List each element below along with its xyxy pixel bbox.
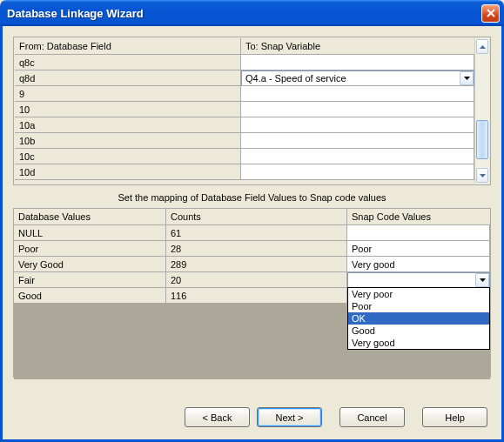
field-row[interactable]: 9 <box>15 86 474 102</box>
client-area: From: Database Field To: Snap Variable q… <box>0 26 504 442</box>
db-value-cell: Very Good <box>14 257 166 272</box>
field-row[interactable]: 10a <box>15 117 474 133</box>
cancel-button[interactable]: Cancel <box>339 407 405 427</box>
from-cell: 10d <box>15 164 241 180</box>
field-row[interactable]: 10 <box>15 102 474 117</box>
mapping-row[interactable]: NULL61 <box>14 225 490 241</box>
snap-code-combo[interactable] <box>347 272 490 288</box>
field-mapping-panel: From: Database Field To: Snap Variable q… <box>13 37 491 185</box>
field-row[interactable]: q8dQ4.a - Speed of service <box>15 70 474 86</box>
from-cell: 10c <box>15 149 241 164</box>
from-cell: q8d <box>15 70 241 86</box>
db-value-cell: Poor <box>14 241 166 257</box>
count-cell: 289 <box>166 257 347 272</box>
from-cell: q8c <box>15 55 241 70</box>
snap-value-dropdown[interactable]: Very poorPoorOKGoodVery good <box>347 287 490 350</box>
close-button[interactable] <box>481 4 500 23</box>
scroll-up-icon[interactable] <box>476 39 488 54</box>
db-value-cell: NULL <box>14 225 166 241</box>
to-cell[interactable] <box>241 102 474 117</box>
dropdown-option[interactable]: Good <box>348 325 489 337</box>
mapping-row[interactable]: Poor28Poor <box>14 241 490 257</box>
dropdown-option[interactable]: OK <box>348 312 489 325</box>
col-header-counts: Counts <box>166 209 347 225</box>
from-cell: 10a <box>15 117 241 133</box>
snap-variable-combo[interactable]: Q4.a - Speed of service <box>241 70 474 86</box>
field-mapping-table: From: Database Field To: Snap Variable q… <box>15 38 474 184</box>
scroll-thumb[interactable] <box>476 120 488 159</box>
value-mapping-panel: Database Values Counts Snap Code Values … <box>13 208 491 378</box>
scroll-track[interactable] <box>475 55 489 167</box>
count-cell: 20 <box>166 272 347 288</box>
col-header-snap: Snap Code Values <box>347 209 490 225</box>
dropdown-option[interactable]: Poor <box>348 300 489 312</box>
from-cell: 10 <box>15 102 241 117</box>
from-cell: 10b <box>15 133 241 149</box>
count-cell: 116 <box>166 288 347 304</box>
to-cell[interactable] <box>241 117 474 133</box>
count-cell: 61 <box>166 225 347 241</box>
to-cell[interactable] <box>241 164 474 180</box>
help-button[interactable]: Help <box>422 407 487 427</box>
instruction-caption: Set the mapping of Database Field Values… <box>13 185 491 208</box>
mapping-row[interactable]: Very Good289Very good <box>14 257 490 272</box>
db-value-cell: Good <box>14 288 166 304</box>
col-header-to: To: Snap Variable <box>241 38 474 55</box>
button-row: < Back Next > Cancel Help <box>185 407 487 427</box>
titlebar: Database Linkage Wizard <box>0 0 504 26</box>
field-row[interactable]: 10b <box>15 133 474 149</box>
snap-code-cell[interactable]: Poor <box>347 241 490 257</box>
col-header-from: From: Database Field <box>15 38 241 55</box>
snap-code-cell[interactable]: Very good <box>347 257 490 272</box>
chevron-down-icon[interactable] <box>460 71 474 85</box>
to-cell[interactable] <box>241 149 474 164</box>
chevron-down-icon[interactable] <box>475 273 489 287</box>
scroll-down-icon[interactable] <box>476 168 488 183</box>
scrollbar[interactable] <box>474 38 489 184</box>
to-cell[interactable] <box>241 55 474 70</box>
snap-code-cell[interactable] <box>347 225 490 241</box>
field-row[interactable]: q8c <box>15 55 474 70</box>
col-header-db: Database Values <box>14 209 166 225</box>
to-cell[interactable] <box>241 86 474 102</box>
combo-value: Q4.a - Speed of service <box>242 73 460 84</box>
field-row[interactable]: 10d <box>15 164 474 180</box>
db-value-cell: Fair <box>14 272 166 288</box>
mapping-row[interactable]: Fair20 <box>14 272 490 288</box>
field-row[interactable]: 10c <box>15 149 474 164</box>
back-button[interactable]: < Back <box>185 407 250 427</box>
close-icon <box>487 9 495 17</box>
next-button[interactable]: Next > <box>257 407 322 427</box>
dropdown-option[interactable]: Very poor <box>348 288 489 300</box>
count-cell: 28 <box>166 241 347 257</box>
from-cell: 9 <box>15 86 241 102</box>
window-title: Database Linkage Wizard <box>7 7 481 20</box>
to-cell[interactable] <box>241 133 474 149</box>
dropdown-option[interactable]: Very good <box>348 337 489 349</box>
